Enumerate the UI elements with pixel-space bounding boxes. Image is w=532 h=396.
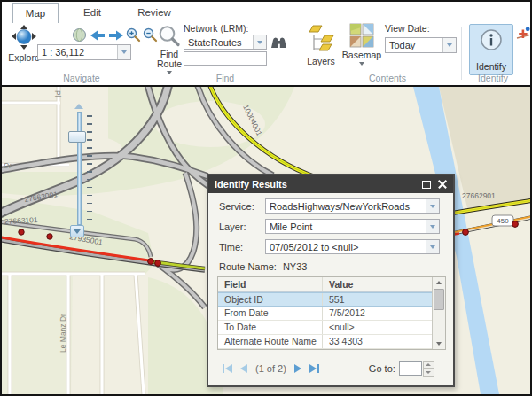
road-label: 27663101 xyxy=(4,215,39,226)
identify-button[interactable]: Identify xyxy=(469,24,513,75)
identify-route-tool-button[interactable] xyxy=(515,26,531,43)
zoom-slider-down-button[interactable] xyxy=(70,225,84,237)
network-dropdown-button[interactable] xyxy=(253,35,266,49)
table-row[interactable]: Object ID 551 xyxy=(218,292,432,307)
service-combobox[interactable]: RoadsHighways/NewYorkRoads xyxy=(265,198,440,214)
cell-field: To Date xyxy=(218,321,322,334)
first-page-button[interactable] xyxy=(222,363,233,374)
goto-page-input[interactable] xyxy=(399,361,422,376)
layers-label: Layers xyxy=(307,57,335,66)
tab-map[interactable]: Map xyxy=(12,3,59,23)
next-page-button[interactable] xyxy=(293,363,303,374)
goto-label: Go to: xyxy=(369,363,395,374)
zoom-slider-track[interactable] xyxy=(77,112,82,225)
group-separator xyxy=(461,27,462,80)
goto-spinner[interactable] xyxy=(423,361,434,377)
scale-dropdown-button[interactable] xyxy=(117,45,130,59)
route-name-label: Route Name: xyxy=(219,261,277,272)
route-shield: 450 xyxy=(492,215,513,226)
layers-button[interactable]: Layers xyxy=(304,25,338,67)
layers-icon xyxy=(307,25,335,56)
cell-field: Alternate Route Name xyxy=(218,335,322,348)
identify-results-dialog: Identify Results Service: RoadsHighways/… xyxy=(207,174,455,387)
attributes-table: Field Value Object ID 551 From Date 7/5/… xyxy=(217,276,446,350)
explore-icon xyxy=(9,25,39,52)
scrollbar-thumb[interactable] xyxy=(434,289,444,310)
table-header-row: Field Value xyxy=(218,277,432,292)
view-date-combobox[interactable]: Today xyxy=(385,37,457,53)
view-date-dropdown-button[interactable] xyxy=(442,38,456,52)
ribbon: Map Edit Review Explore xyxy=(2,2,530,87)
basemap-icon xyxy=(349,23,374,50)
cell-field: Object ID xyxy=(218,293,322,306)
time-dropdown-button[interactable] xyxy=(426,240,439,253)
dialog-title-bar[interactable]: Identify Results xyxy=(208,175,453,193)
full-extent-button[interactable] xyxy=(72,27,87,44)
basemap-dropdown-caret xyxy=(359,62,364,66)
zoom-in-icon xyxy=(126,27,141,44)
view-date-label: View Date: xyxy=(385,23,430,34)
route-shield-number: 450 xyxy=(497,217,509,225)
page-indicator: (1 of 2) xyxy=(255,363,286,374)
tab-review[interactable]: Review xyxy=(129,3,179,23)
previous-page-button[interactable] xyxy=(239,363,248,374)
cell-value: 551 xyxy=(322,293,432,306)
basemap-button[interactable]: Basemap xyxy=(341,23,382,76)
table-row[interactable]: Alternate Route Name 33 4303 xyxy=(218,335,432,349)
forward-arrow-icon xyxy=(108,29,124,43)
layer-combobox[interactable]: Mile Point xyxy=(265,219,440,234)
back-arrow-icon xyxy=(90,29,106,43)
street-label: Pl xyxy=(53,90,62,97)
find-route-dropdown-caret xyxy=(167,71,172,74)
scroll-up-arrow[interactable] xyxy=(433,277,445,288)
layer-dropdown-button[interactable] xyxy=(426,220,439,233)
tab-edit[interactable]: Edit xyxy=(71,3,113,23)
application-window: Map Edit Review Explore xyxy=(0,0,532,396)
route-name-value: NY33 xyxy=(283,261,308,272)
last-page-button[interactable] xyxy=(309,363,320,374)
zoom-in-button[interactable] xyxy=(126,27,141,44)
street-label: Le Manz Dr xyxy=(59,314,67,353)
cell-value: 33 4303 xyxy=(322,335,432,348)
cell-value: 7/5/2012 xyxy=(322,307,432,320)
service-label: Service: xyxy=(219,201,254,212)
cell-value: <null> xyxy=(322,321,432,334)
column-header-value: Value xyxy=(322,277,432,291)
spinner-down-arrow[interactable] xyxy=(423,369,434,377)
view-date-value: Today xyxy=(386,40,442,50)
column-header-field: Field xyxy=(218,277,322,291)
time-combobox[interactable]: 07/05/2012 to <null> xyxy=(265,239,440,254)
route-name-row: Route Name: NY33 xyxy=(219,261,307,272)
spinner-up-arrow[interactable] xyxy=(423,361,434,369)
scroll-down-arrow[interactable] xyxy=(433,338,445,349)
group-label-contents: Contents xyxy=(339,73,436,83)
network-value: StateRoutes xyxy=(184,37,253,48)
zoom-slider-up-arrow[interactable] xyxy=(74,104,83,109)
previous-extent-button[interactable] xyxy=(90,29,106,43)
route-input[interactable] xyxy=(184,51,267,66)
table-row[interactable]: From Date 7/5/2012 xyxy=(218,307,432,321)
dialog-title: Identify Results xyxy=(208,179,422,190)
identify-icon xyxy=(478,28,505,55)
layer-label: Layer: xyxy=(219,221,246,232)
service-value: RoadsHighways/NewYorkRoads xyxy=(266,201,426,212)
table-row[interactable]: To Date <null> xyxy=(218,321,432,335)
table-scrollbar[interactable] xyxy=(432,277,445,349)
close-icon[interactable] xyxy=(438,180,447,189)
group-label-identify: Identify xyxy=(465,73,521,83)
next-extent-button[interactable] xyxy=(108,29,124,43)
basemap-label: Basemap xyxy=(342,50,381,60)
group-label-navigate: Navigate xyxy=(37,73,126,83)
map-scale-combobox[interactable]: 1 : 36,112 xyxy=(37,44,131,60)
network-combobox[interactable]: StateRoutes xyxy=(184,35,267,50)
network-lrm-label: Network (LRM): xyxy=(184,23,249,34)
maximize-icon[interactable] xyxy=(422,181,431,189)
group-separator xyxy=(301,27,301,80)
service-dropdown-button[interactable] xyxy=(426,199,439,213)
find-route-magnifier-icon xyxy=(158,25,181,49)
time-label: Time: xyxy=(219,242,243,252)
zoom-slider-handle[interactable] xyxy=(68,131,86,143)
group-label-find: Find xyxy=(181,73,270,83)
road-label: 27662901 xyxy=(462,191,496,200)
search-route-button[interactable] xyxy=(270,35,287,51)
